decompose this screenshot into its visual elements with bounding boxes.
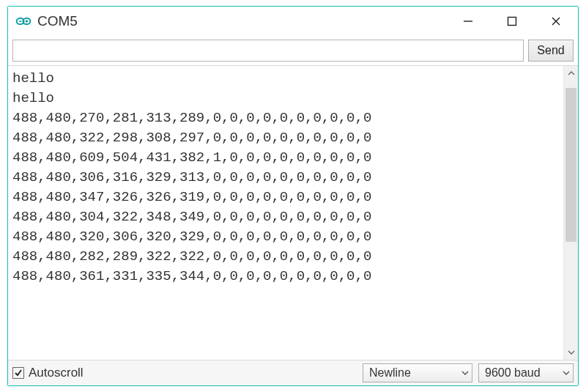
close-button[interactable]: [534, 7, 578, 36]
checkbox-icon: [12, 367, 24, 379]
svg-rect-6: [508, 18, 516, 26]
scroll-track[interactable]: [564, 81, 578, 345]
vertical-scrollbar[interactable]: [563, 66, 578, 360]
scroll-up-button[interactable]: [564, 66, 578, 81]
scroll-down-button[interactable]: [564, 345, 578, 360]
window-title: COM5: [37, 13, 78, 29]
maximize-button[interactable]: [490, 7, 534, 36]
scroll-thumb[interactable]: [565, 88, 576, 242]
line-ending-select[interactable]: Newline: [363, 363, 472, 382]
autoscroll-label: Autoscroll: [29, 366, 84, 380]
serial-output: hello hello 488,480,270,281,313,289,0,0,…: [8, 66, 563, 360]
serial-monitor-window: COM5 Send hello hello 488,480,270,281,31…: [7, 6, 579, 386]
chevron-down-icon: [461, 366, 469, 380]
output-area: hello hello 488,480,270,281,313,289,0,0,…: [8, 66, 578, 360]
baud-rate-value: 9600 baud: [485, 366, 541, 380]
line-ending-value: Newline: [369, 366, 411, 380]
send-button[interactable]: Send: [528, 40, 574, 62]
arduino-icon: [15, 13, 31, 29]
autoscroll-checkbox[interactable]: Autoscroll: [12, 366, 84, 380]
chevron-down-icon: [563, 366, 570, 380]
serial-input[interactable]: [12, 40, 524, 62]
baud-rate-select[interactable]: 9600 baud: [478, 363, 574, 382]
send-row: Send: [8, 36, 578, 66]
title-bar: COM5: [8, 7, 578, 36]
bottom-bar: Autoscroll Newline 9600 baud: [8, 360, 578, 385]
minimize-button[interactable]: [446, 7, 490, 36]
